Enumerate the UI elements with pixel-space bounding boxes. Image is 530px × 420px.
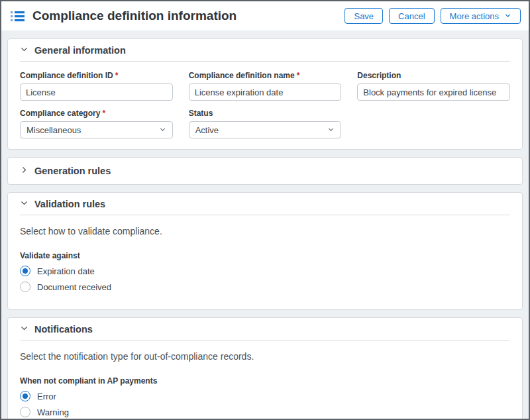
chevron-down-icon bbox=[159, 125, 166, 135]
description-input[interactable] bbox=[357, 83, 510, 101]
required-marker: * bbox=[297, 71, 300, 80]
radio-group-label: When not compliant in AP payments bbox=[20, 376, 510, 386]
radio-option-label: Document received bbox=[37, 282, 111, 292]
radio-option-document-received[interactable]: Document received bbox=[20, 282, 510, 292]
validate-against-group: Validate against Expiration date Documen… bbox=[20, 251, 510, 309]
required-marker: * bbox=[102, 109, 105, 118]
field-description: Description bbox=[357, 71, 510, 101]
list-menu-icon[interactable] bbox=[11, 11, 25, 22]
field-label-text: Status bbox=[189, 109, 213, 118]
field-compliance-category: Compliance category * Miscellaneous bbox=[20, 109, 173, 138]
chevron-right-icon bbox=[20, 165, 28, 177]
status-select[interactable]: Active bbox=[189, 121, 342, 138]
cancel-button[interactable]: Cancel bbox=[389, 8, 434, 24]
validation-rules-header[interactable]: Validation rules bbox=[20, 193, 510, 215]
section-title: General information bbox=[34, 45, 126, 56]
compliance-definition-id-input[interactable] bbox=[20, 83, 173, 101]
notifications-header[interactable]: Notifications bbox=[20, 318, 510, 341]
radio-option-warning[interactable]: Warning bbox=[20, 407, 510, 417]
more-actions-button[interactable]: More actions bbox=[441, 8, 521, 24]
radio-option-error[interactable]: Error bbox=[20, 391, 510, 401]
field-label: Compliance category * bbox=[20, 109, 173, 118]
radio-unselected-icon[interactable] bbox=[20, 407, 30, 417]
field-label: Compliance definition ID * bbox=[20, 71, 173, 80]
grid-spacer bbox=[357, 109, 510, 138]
radio-selected-icon[interactable] bbox=[20, 266, 30, 276]
field-label-text: Compliance definition ID bbox=[20, 71, 113, 80]
compliance-definition-name-input[interactable] bbox=[189, 83, 342, 101]
section-title: Validation rules bbox=[34, 199, 105, 209]
general-information-header[interactable]: General information bbox=[20, 39, 510, 62]
selected-value: Miscellaneous bbox=[26, 125, 81, 135]
save-button[interactable]: Save bbox=[344, 8, 383, 24]
chevron-down-icon bbox=[327, 125, 335, 135]
compliance-category-select[interactable]: Miscellaneous bbox=[20, 121, 173, 138]
page-header: Compliance definition information Save C… bbox=[1, 1, 529, 30]
radio-option-label: Expiration date bbox=[37, 266, 95, 276]
radio-unselected-icon[interactable] bbox=[20, 282, 30, 292]
radio-selected-icon[interactable] bbox=[20, 391, 30, 401]
field-compliance-definition-id: Compliance definition ID * bbox=[20, 71, 173, 101]
chevron-down-icon bbox=[20, 323, 28, 335]
more-actions-button-label: More actions bbox=[450, 11, 499, 21]
field-label-text: Description bbox=[357, 71, 401, 80]
chevron-down-icon bbox=[20, 44, 28, 56]
field-label: Description bbox=[357, 71, 510, 80]
generation-rules-header[interactable]: Generation rules bbox=[20, 158, 510, 184]
field-compliance-definition-name: Compliance definition name * bbox=[189, 71, 342, 101]
main-content: General information Compliance definitio… bbox=[1, 30, 529, 420]
radio-option-label: Warning bbox=[37, 407, 69, 417]
radio-option-expiration-date[interactable]: Expiration date bbox=[20, 266, 510, 276]
section-title: Generation rules bbox=[34, 166, 111, 176]
field-status: Status Active bbox=[189, 109, 342, 138]
section-generation-rules: Generation rules bbox=[7, 157, 523, 185]
field-label-text: Compliance category bbox=[20, 109, 100, 118]
field-label: Compliance definition name * bbox=[189, 71, 342, 80]
field-label: Status bbox=[189, 109, 342, 118]
radio-group-label: Validate against bbox=[20, 251, 510, 260]
chevron-down-icon bbox=[20, 198, 28, 210]
field-label-text: Compliance definition name bbox=[189, 71, 295, 80]
general-information-form: Compliance definition ID * Compliance de… bbox=[20, 71, 510, 138]
validation-description: Select how to validate compliance. bbox=[20, 226, 510, 236]
radio-option-label: Error bbox=[37, 392, 56, 401]
cancel-button-label: Cancel bbox=[398, 11, 425, 21]
notifications-description: Select the notification type for out-of-… bbox=[20, 351, 510, 362]
page-title: Compliance definition information bbox=[32, 9, 237, 23]
selected-value: Active bbox=[195, 125, 219, 135]
save-button-label: Save bbox=[354, 11, 374, 21]
ap-payments-compliance-group: When not compliant in AP payments Error … bbox=[20, 376, 510, 420]
section-title: Notifications bbox=[34, 324, 93, 335]
section-general-information: General information Compliance definitio… bbox=[7, 38, 523, 150]
section-notifications: Notifications Select the notification ty… bbox=[7, 317, 523, 420]
chevron-down-icon bbox=[504, 11, 511, 21]
required-marker: * bbox=[115, 71, 119, 80]
section-validation-rules: Validation rules Select how to validate … bbox=[7, 192, 523, 310]
